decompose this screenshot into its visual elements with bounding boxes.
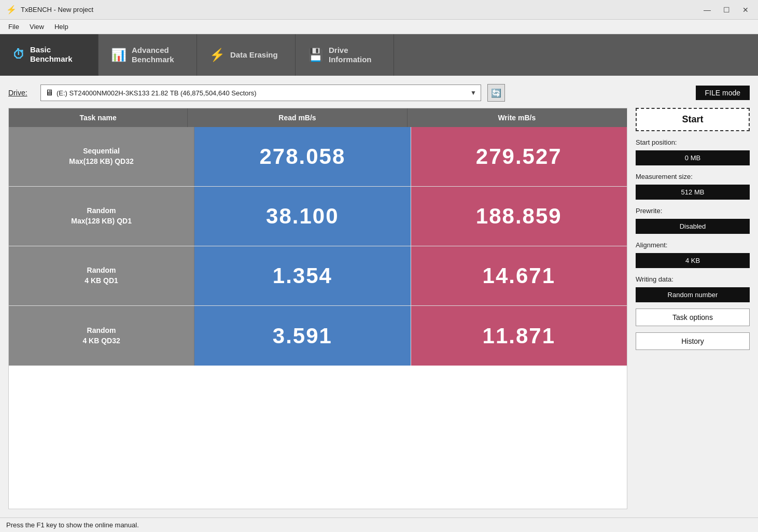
alignment-value: 4 KB [636, 253, 750, 268]
drive-information-icon: 💾 [308, 48, 324, 62]
advanced-benchmark-icon: 📊 [111, 48, 127, 62]
drive-row: Drive: 🖥 (E:) ST24000NM002H-3KS133 21.82… [8, 84, 750, 102]
title-bar: ⚡ TxBENCH - New project — ☐ ✕ [0, 0, 758, 20]
read-value-random-4kb-qd32: 3.591 [194, 306, 411, 366]
toolbar: ⏱ BasicBenchmark 📊 AdvancedBenchmark ⚡ D… [0, 34, 758, 76]
drive-dropdown-arrow: ▼ [470, 89, 476, 96]
table-row: Random4 KB QD1 1.354 14.671 [9, 246, 627, 306]
menu-bar: File View Help [0, 20, 758, 34]
app-icon: ⚡ [6, 5, 17, 15]
read-value-random-128kb-qd1: 38.100 [194, 187, 411, 246]
tab-advanced-benchmark[interactable]: 📊 AdvancedBenchmark [99, 34, 197, 76]
writing-data-label: Writing data: [636, 275, 750, 283]
task-name-random-4kb-qd32: Random4 KB QD32 [9, 306, 194, 366]
drive-refresh-button[interactable]: 🔄 [487, 84, 505, 102]
start-button[interactable]: Start [636, 108, 750, 131]
measurement-size-label: Measurement size: [636, 173, 750, 180]
task-name-random-4kb-qd1: Random4 KB QD1 [9, 246, 194, 305]
title-bar-left: ⚡ TxBENCH - New project [6, 5, 93, 15]
tab-advanced-benchmark-label: AdvancedBenchmark [132, 46, 174, 64]
menu-file[interactable]: File [4, 22, 23, 32]
window-controls: — ☐ ✕ [700, 6, 752, 13]
read-value-random-4kb-qd1: 1.354 [194, 246, 411, 305]
tab-data-erasing[interactable]: ⚡ Data Erasing [197, 34, 296, 76]
start-position-value: 0 MB [636, 150, 750, 165]
maximize-button[interactable]: ☐ [720, 6, 733, 13]
write-value-sequential: 279.527 [411, 127, 627, 186]
table-row: SequentialMax(128 KB) QD32 278.058 279.5… [9, 127, 627, 187]
tab-basic-benchmark[interactable]: ⏱ BasicBenchmark [0, 34, 99, 76]
header-write-mbs: Write mB/s [408, 108, 627, 127]
drive-select-text: (E:) ST24000NM002H-3KS133 21.82 TB (46,8… [57, 89, 466, 97]
tab-data-erasing-label: Data Erasing [230, 50, 278, 60]
write-value-random-4kb-qd1: 14.671 [411, 246, 627, 305]
read-value-sequential: 278.058 [194, 127, 411, 186]
header-read-mbs: Read mB/s [188, 108, 407, 127]
drive-label: Drive: [8, 89, 34, 97]
content-area: Drive: 🖥 (E:) ST24000NM002H-3KS133 21.82… [0, 76, 758, 517]
table-row: RandomMax(128 KB) QD1 38.100 188.859 [9, 187, 627, 246]
tab-basic-benchmark-label: BasicBenchmark [30, 45, 73, 64]
sidebar: Start Start position: 0 MB Measurement s… [636, 108, 750, 509]
data-erasing-icon: ⚡ [209, 48, 225, 62]
status-bar: Press the F1 key to show the online manu… [0, 517, 758, 532]
write-value-random-4kb-qd32: 11.871 [411, 306, 627, 366]
close-button[interactable]: ✕ [739, 6, 752, 13]
drive-select-icon: 🖥 [45, 88, 53, 97]
file-mode-button[interactable]: FILE mode [696, 86, 750, 100]
alignment-label: Alignment: [636, 241, 750, 249]
table-header: Task name Read mB/s Write mB/s [9, 108, 627, 127]
task-options-button[interactable]: Task options [636, 309, 750, 326]
task-name-random-128kb-qd1: RandomMax(128 KB) QD1 [9, 187, 194, 246]
status-text: Press the F1 key to show the online manu… [6, 521, 139, 529]
minimize-button[interactable]: — [700, 6, 714, 13]
write-value-random-128kb-qd1: 188.859 [411, 187, 627, 246]
table-row: Random4 KB QD32 3.591 11.871 [9, 306, 627, 366]
prewrite-value: Disabled [636, 219, 750, 234]
menu-view[interactable]: View [25, 22, 48, 32]
basic-benchmark-icon: ⏱ [12, 47, 25, 62]
writing-data-value: Random number [636, 287, 750, 302]
drive-select-wrapper[interactable]: 🖥 (E:) ST24000NM002H-3KS133 21.82 TB (46… [40, 85, 481, 101]
benchmark-table: Task name Read mB/s Write mB/s Sequentia… [8, 108, 627, 509]
tab-drive-information[interactable]: 💾 DriveInformation [296, 34, 394, 76]
measurement-size-value: 512 MB [636, 185, 750, 200]
start-position-label: Start position: [636, 138, 750, 146]
main-area: Task name Read mB/s Write mB/s Sequentia… [8, 108, 750, 509]
menu-help[interactable]: Help [50, 22, 73, 32]
task-name-sequential: SequentialMax(128 KB) QD32 [9, 127, 194, 186]
history-button[interactable]: History [636, 332, 750, 350]
window-title: TxBENCH - New project [21, 6, 93, 13]
tab-drive-information-label: DriveInformation [329, 46, 372, 64]
header-task-name: Task name [9, 108, 188, 127]
prewrite-label: Prewrite: [636, 207, 750, 215]
